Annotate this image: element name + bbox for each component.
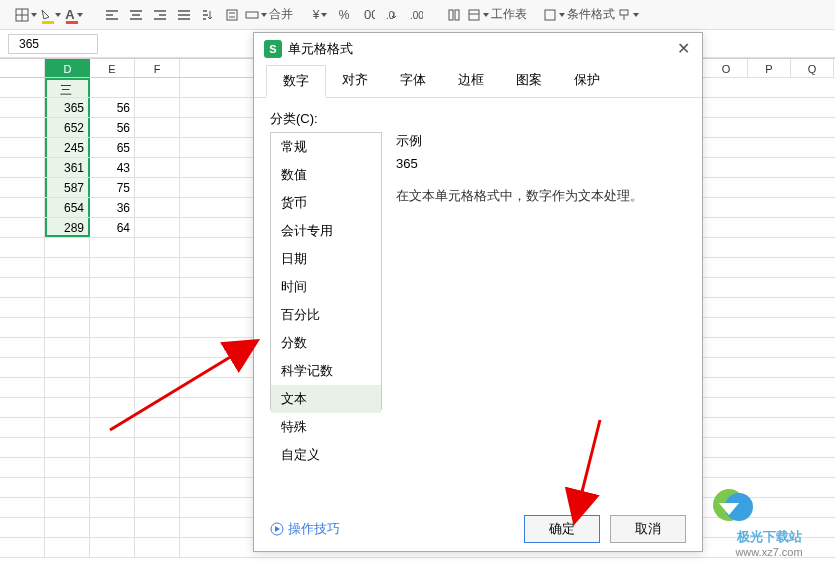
- worksheet-dropdown[interactable]: [467, 4, 489, 26]
- cell[interactable]: 652: [45, 118, 90, 137]
- category-item[interactable]: 货币: [271, 189, 381, 217]
- row-gutter[interactable]: [0, 178, 45, 197]
- dialog-tab-1[interactable]: 对齐: [326, 65, 384, 97]
- row-gutter[interactable]: [0, 398, 45, 417]
- cell[interactable]: 56: [90, 118, 135, 137]
- increase-decimal-icon[interactable]: .00: [405, 4, 427, 26]
- dialog-tab-5[interactable]: 保护: [558, 65, 616, 97]
- cell[interactable]: [135, 238, 180, 257]
- cell[interactable]: [135, 138, 180, 157]
- cell[interactable]: 365: [45, 98, 90, 117]
- align-center-icon[interactable]: [125, 4, 147, 26]
- category-item[interactable]: 时间: [271, 273, 381, 301]
- cell[interactable]: [90, 478, 135, 497]
- decrease-decimal-icon[interactable]: .0: [381, 4, 403, 26]
- cell[interactable]: [135, 338, 180, 357]
- row-gutter[interactable]: [0, 118, 45, 137]
- cell[interactable]: [45, 518, 90, 537]
- comma-icon[interactable]: 000: [357, 4, 379, 26]
- cell[interactable]: [135, 538, 180, 557]
- cancel-button[interactable]: 取消: [610, 515, 686, 543]
- row-gutter[interactable]: [0, 278, 45, 297]
- row-gutter[interactable]: [0, 298, 45, 317]
- cell[interactable]: [90, 458, 135, 477]
- font-color-dropdown[interactable]: A: [63, 4, 85, 26]
- cell[interactable]: [45, 478, 90, 497]
- tips-link[interactable]: 操作技巧: [270, 520, 340, 538]
- col-header-d[interactable]: D: [45, 59, 90, 77]
- category-item[interactable]: 常规: [271, 133, 381, 161]
- cell[interactable]: [135, 478, 180, 497]
- border-dropdown[interactable]: [15, 4, 37, 26]
- category-item[interactable]: 数值: [271, 161, 381, 189]
- cell[interactable]: [45, 338, 90, 357]
- cell[interactable]: 三: [45, 78, 90, 97]
- row-gutter[interactable]: [0, 378, 45, 397]
- row-gutter[interactable]: [0, 158, 45, 177]
- col-header-o[interactable]: O: [705, 59, 748, 77]
- col-header-e[interactable]: E: [90, 59, 135, 77]
- cell[interactable]: [135, 158, 180, 177]
- category-item[interactable]: 特殊: [271, 413, 381, 441]
- cell[interactable]: [135, 298, 180, 317]
- row-gutter[interactable]: [0, 198, 45, 217]
- merge-dropdown[interactable]: [245, 4, 267, 26]
- row-gutter[interactable]: [0, 418, 45, 437]
- dialog-tab-0[interactable]: 数字: [266, 65, 326, 98]
- col-header-q[interactable]: Q: [791, 59, 834, 77]
- cell[interactable]: [135, 518, 180, 537]
- cell[interactable]: [45, 278, 90, 297]
- cell[interactable]: [135, 438, 180, 457]
- cell[interactable]: [45, 258, 90, 277]
- cell[interactable]: [135, 498, 180, 517]
- dialog-tab-3[interactable]: 边框: [442, 65, 500, 97]
- category-item[interactable]: 自定义: [271, 441, 381, 469]
- row-gutter[interactable]: [0, 258, 45, 277]
- cell[interactable]: [45, 418, 90, 437]
- row-gutter[interactable]: [0, 458, 45, 477]
- row-gutter[interactable]: [0, 478, 45, 497]
- cell[interactable]: [135, 398, 180, 417]
- category-item[interactable]: 文本: [271, 385, 381, 413]
- align-justify-icon[interactable]: [173, 4, 195, 26]
- row-gutter[interactable]: [0, 318, 45, 337]
- cell[interactable]: [90, 298, 135, 317]
- cell[interactable]: [90, 438, 135, 457]
- cell[interactable]: [90, 258, 135, 277]
- format-painter-icon[interactable]: [617, 4, 639, 26]
- cell[interactable]: [90, 78, 135, 97]
- row-gutter[interactable]: [0, 518, 45, 537]
- cell[interactable]: [90, 238, 135, 257]
- row-gutter[interactable]: [0, 98, 45, 117]
- currency-dropdown[interactable]: ¥: [309, 4, 331, 26]
- formula-value[interactable]: 365: [8, 34, 98, 54]
- cell[interactable]: [135, 118, 180, 137]
- cell[interactable]: [45, 498, 90, 517]
- cell[interactable]: [135, 358, 180, 377]
- cell[interactable]: [45, 318, 90, 337]
- cell[interactable]: [90, 418, 135, 437]
- cell[interactable]: 36: [90, 198, 135, 217]
- cell[interactable]: [135, 318, 180, 337]
- cell[interactable]: [90, 398, 135, 417]
- close-icon[interactable]: ✕: [673, 39, 694, 58]
- cell[interactable]: [45, 298, 90, 317]
- row-gutter[interactable]: [0, 438, 45, 457]
- cell[interactable]: [90, 498, 135, 517]
- cell[interactable]: 245: [45, 138, 90, 157]
- category-item[interactable]: 日期: [271, 245, 381, 273]
- cell[interactable]: 64: [90, 218, 135, 237]
- cell[interactable]: [45, 378, 90, 397]
- cell[interactable]: [135, 178, 180, 197]
- cell[interactable]: [135, 278, 180, 297]
- cell[interactable]: [45, 538, 90, 557]
- row-gutter[interactable]: [0, 218, 45, 237]
- row-gutter[interactable]: [0, 358, 45, 377]
- cell[interactable]: [135, 258, 180, 277]
- cell[interactable]: [135, 378, 180, 397]
- cell[interactable]: [90, 318, 135, 337]
- cell[interactable]: 289: [45, 218, 90, 237]
- cell[interactable]: [90, 278, 135, 297]
- rows-cols-icon[interactable]: [443, 4, 465, 26]
- cell[interactable]: 56: [90, 98, 135, 117]
